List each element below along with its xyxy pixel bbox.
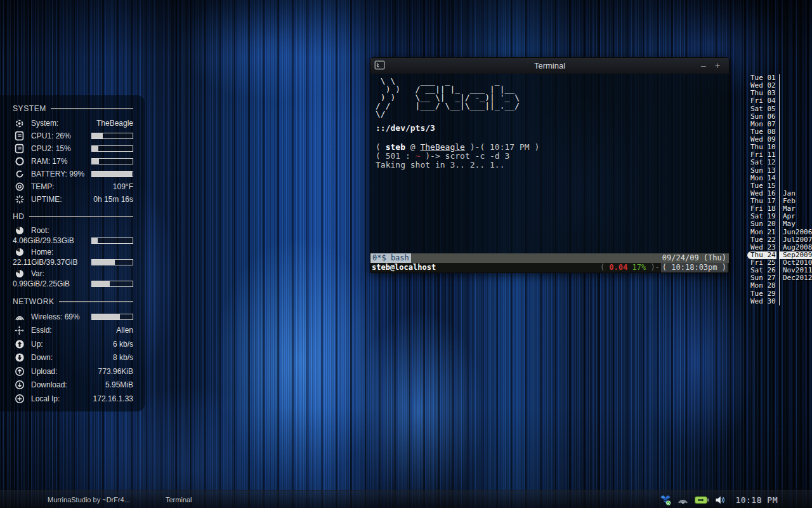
temp-icon [13, 182, 26, 192]
calendar-row: Wed 30 [747, 298, 812, 305]
volume-icon[interactable] [715, 495, 726, 505]
prompt-line: ( steb @ TheBeagle )-( 10:17 PM ) [376, 143, 724, 152]
screen-status-bar: 0*$ bash 09/24/09 (Thu) [370, 253, 729, 263]
upload-icon [13, 366, 26, 377]
usage: 22.11GiB/39.37GiB [13, 258, 78, 267]
down-arrow-icon [13, 352, 26, 363]
label: Essid: [31, 326, 52, 335]
calendar-row: Mon 21Jun2006 [747, 229, 812, 236]
conky-section-network: NETWORK [13, 296, 133, 307]
progress-bar [91, 133, 133, 139]
conky-row-root-usage: 4.06GiB/29.53GiB [13, 236, 133, 246]
calendar-day: Tue 22 [747, 236, 776, 244]
label: TEMP: [31, 182, 55, 191]
battery-icon [13, 169, 26, 179]
calendar-day: Wed 30 [747, 298, 776, 305]
load-average: 0.04 [609, 263, 627, 272]
progress-bar [91, 158, 133, 164]
wireless-icon [13, 312, 26, 321]
value: 172.16.1.33 [93, 394, 133, 403]
conky-row-wireless: Wireless: 69% [13, 310, 133, 324]
battery-tray-icon[interactable] [695, 496, 709, 504]
terminal-body[interactable]: \ \ ___ _ _ ) ) / __|| |_ ___ | |__ ) ) … [370, 74, 729, 253]
label: Wireless: 69% [31, 312, 80, 321]
terminal-titlebar[interactable]: Terminal – + [370, 58, 729, 74]
cpu-percent: 17% [627, 263, 646, 272]
progress-bar [91, 237, 133, 244]
conky-section-hd: HD [13, 211, 133, 222]
progress-bar [91, 171, 133, 177]
taskbar: MurrinaStudio by ~DrFr4... Terminal 10:1… [0, 490, 812, 508]
essid-icon [13, 326, 26, 335]
prompt-user: steb [386, 142, 405, 152]
conky-row-system: System: TheBeagle [13, 117, 133, 130]
calendar-day: Sun 13 [747, 167, 776, 175]
local-ip-icon [13, 394, 26, 404]
screen-date: 09/24/09 (Thu) [662, 253, 729, 263]
hardstatus-bar: steb@localhost ( 0.04 17% )-( 10:18:03pm… [370, 263, 729, 272]
label: Home: [31, 248, 53, 257]
screen-window-chip[interactable]: 0*$ bash [370, 253, 411, 263]
wifi-icon[interactable] [677, 495, 689, 505]
label: BATTERY: 99% [31, 170, 84, 178]
command-output: Taking shot in 3.. 2.. 1.. [376, 161, 724, 170]
section-title: HD [13, 212, 25, 221]
up-arrow-icon [13, 339, 26, 349]
ram-icon [13, 156, 26, 166]
conky-row-var: Var: [13, 268, 133, 279]
calendar-day: Mon 28 [747, 282, 776, 290]
value: 8 kb/s [113, 353, 133, 362]
taskbar-clock: 10:18 PM [735, 495, 778, 505]
label: CPU1: 26% [31, 131, 71, 140]
conky-system-monitor: SYSTEM System: TheBeagle CPU1: 26% CPU2:… [0, 95, 145, 411]
value: 5.95MiB [105, 380, 133, 389]
value: 109°F [113, 182, 133, 191]
cpu-icon [13, 131, 26, 141]
download-icon [13, 380, 26, 390]
conky-row-download: Download: 5.95MiB [13, 378, 133, 392]
value: 773.96KiB [98, 367, 133, 376]
conky-row-down: Down: 8 kb/s [13, 351, 133, 365]
dropbox-icon[interactable] [660, 495, 671, 505]
conky-row-upload: Upload: 773.96KiB [13, 364, 133, 378]
calendar-month: Dec [783, 274, 796, 282]
calendar-row: Mon 14 [747, 175, 812, 182]
value: 6 kb/s [113, 340, 133, 349]
system-tray: 10:18 PM [660, 491, 778, 508]
disk-pie-icon [13, 225, 26, 236]
progress-bar [91, 145, 133, 152]
value: Allen [116, 326, 133, 335]
label: Var: [31, 269, 44, 278]
minimize-button[interactable]: – [697, 58, 710, 74]
taskbar-item-terminal[interactable]: Terminal [160, 493, 268, 507]
calendar-row: Sun 13 [747, 167, 812, 175]
conky-row-var-usage: 0.99GiB/2.25GiB [13, 279, 133, 289]
label: CPU2: 15% [31, 144, 71, 153]
command-line: ( 501 : ~ )-> scrot -c -d 3 [376, 152, 724, 161]
taskbar-item-murrinastudio[interactable]: MurrinaStudio by ~DrFr4... [42, 493, 160, 507]
divider [51, 108, 133, 109]
disk-pie-icon [13, 269, 26, 279]
label: System: [31, 119, 58, 128]
conky-row-cpu1: CPU1: 26% [13, 130, 133, 142]
usage: 4.06GiB/29.53GiB [13, 236, 74, 245]
uptime-icon [13, 194, 26, 204]
conky-row-cpu2: CPU2: 15% [13, 142, 133, 155]
label: Upload: [31, 367, 57, 376]
section-title: NETWORK [13, 297, 55, 306]
divider [59, 301, 133, 302]
progress-bar [91, 259, 133, 265]
calendar-day: Mon 14 [747, 175, 776, 182]
label: RAM: 17% [31, 157, 67, 166]
calendar-day: Mon 21 [747, 229, 776, 236]
window-title: Terminal [534, 61, 565, 70]
maximize-button[interactable]: + [711, 58, 724, 74]
conky-row-essid: Essid: Allen [13, 324, 133, 338]
calendar-year: 2006 [796, 229, 812, 236]
section-title: SYSTEM [13, 104, 46, 113]
calendar-month: Jun [783, 229, 796, 236]
terminal-window[interactable]: Terminal – + \ \ ___ _ _ ) ) / __|| |_ _… [370, 57, 730, 273]
calendar-year: 2012 [796, 274, 812, 282]
calendar-day: Sun 06 [747, 113, 776, 121]
calendar-month: May [783, 220, 799, 228]
